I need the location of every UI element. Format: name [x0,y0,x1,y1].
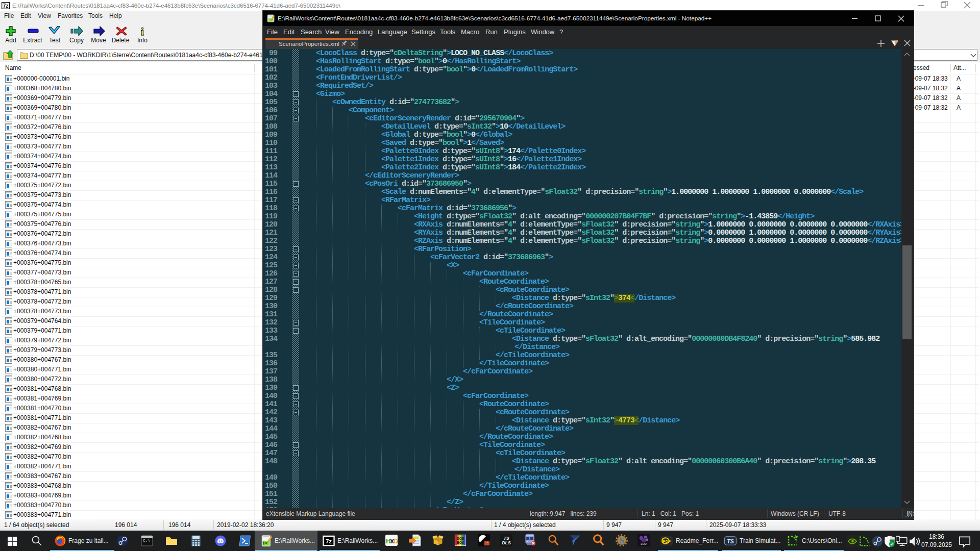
svg-text:PDF: PDF [663,539,671,544]
svg-text:i: i [141,26,144,37]
svg-text:7z: 7z [3,3,9,9]
svg-text:7z: 7z [326,538,332,544]
svg-text:BOX: BOX [457,541,464,544]
svg-text:S: S [619,536,624,545]
svg-text:TS: TS [503,536,509,541]
svg-text:DOS: DOS [457,537,464,540]
svg-text:C:\: C:\ [143,538,151,543]
svg-text:TS: TS [727,538,734,544]
svg-text:D: D [394,537,398,545]
svg-text:DLS: DLS [502,540,511,545]
svg-text:LOD: LOD [641,542,646,545]
